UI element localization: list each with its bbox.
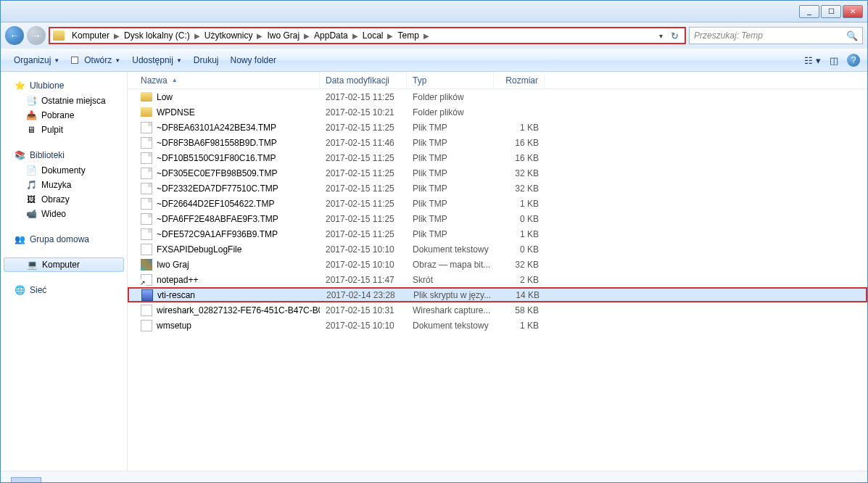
breadcrumb-segment[interactable]: Dysk lokalny (C:) bbox=[121, 30, 193, 41]
breadcrumb[interactable]: Komputer▶Dysk lokalny (C:)▶Użytkownicy▶I… bbox=[49, 27, 686, 44]
breadcrumb-dropdown[interactable]: ▾ bbox=[655, 32, 667, 40]
column-headers: Nazwa▲ Data modyfikacji Typ Rozmiar bbox=[128, 72, 867, 89]
file-date: 2017-02-15 10:10 bbox=[320, 260, 407, 270]
file-row[interactable]: ~DF8F3BA6F981558B9D.TMP2017-02-15 11:46P… bbox=[128, 135, 867, 150]
file-row[interactable]: ~DFE572C9A1AFF936B9.TMP2017-02-15 11:25P… bbox=[128, 226, 867, 242]
sidebar: ⭐Ulubione 📑Ostatnie miejsca 📥Pobrane 🖥Pu… bbox=[1, 72, 128, 471]
file-type-icon bbox=[141, 137, 152, 149]
sidebar-item-recent[interactable]: 📑Ostatnie miejsca bbox=[1, 94, 127, 108]
organize-button[interactable]: Organizuj▼ bbox=[8, 52, 65, 68]
column-date[interactable]: Data modyfikacji bbox=[320, 73, 407, 88]
column-type[interactable]: Typ bbox=[407, 73, 494, 88]
file-row[interactable]: ~DF8EA63101A242BE34.TMP2017-02-15 11:25P… bbox=[128, 120, 867, 135]
chevron-right-icon: ▶ bbox=[255, 32, 264, 40]
file-row[interactable]: ~DF26644D2EF1054622.TMP2017-02-15 11:25P… bbox=[128, 196, 867, 211]
file-type-icon bbox=[141, 289, 153, 301]
file-size: 1 KB bbox=[494, 199, 545, 209]
breadcrumb-segment[interactable]: Local bbox=[360, 30, 387, 41]
toolbar: Organizuj▼ Otwórz▼ Udostępnij▼ Drukuj No… bbox=[1, 49, 867, 72]
file-row[interactable]: ~DF10B5150C91F80C16.TMP2017-02-15 11:25P… bbox=[128, 150, 867, 165]
file-type-icon bbox=[141, 198, 152, 210]
sidebar-item-documents[interactable]: 📄Dokumenty bbox=[1, 163, 127, 178]
maximize-button[interactable]: ☐ bbox=[821, 5, 841, 18]
file-row[interactable]: WPDNSE2017-02-15 10:21Folder plików bbox=[128, 104, 867, 120]
sidebar-item-downloads[interactable]: 📥Pobrane bbox=[1, 108, 127, 123]
file-name: ~DFA6FF2E48ABFAE9F3.TMP bbox=[157, 214, 278, 224]
sidebar-item-music[interactable]: 🎵Muzyka bbox=[1, 178, 127, 192]
file-size: 0 KB bbox=[494, 244, 545, 255]
file-name: Iwo Graj bbox=[157, 260, 189, 270]
open-button[interactable]: Otwórz▼ bbox=[65, 52, 126, 68]
file-row[interactable]: ~DF305EC0E7FB98B509.TMP2017-02-15 11:25P… bbox=[128, 165, 867, 181]
file-name: wireshark_02827132-FE76-451C-B47C-B0... bbox=[157, 305, 320, 315]
music-icon: 🎵 bbox=[25, 179, 37, 191]
file-size: 0 KB bbox=[494, 214, 545, 224]
file-row[interactable]: vti-rescan2017-02-14 23:28Plik skryptu w… bbox=[128, 287, 867, 302]
close-button[interactable]: ✕ bbox=[843, 5, 863, 18]
file-name: ~DF8EA63101A242BE34.TMP bbox=[157, 123, 276, 133]
print-button[interactable]: Drukuj bbox=[188, 52, 225, 68]
file-row[interactable]: Low2017-02-15 11:25Folder plików bbox=[128, 89, 867, 104]
breadcrumb-segment[interactable]: Iwo Graj bbox=[264, 30, 302, 41]
file-date: 2017-02-15 11:25 bbox=[320, 92, 407, 102]
column-size[interactable]: Rozmiar bbox=[494, 73, 545, 88]
file-type-icon bbox=[141, 152, 152, 164]
file-name: notepad++ bbox=[157, 275, 198, 285]
file-type: Plik skryptu w języ... bbox=[408, 290, 495, 300]
homegroup-icon: 👥 bbox=[14, 234, 25, 245]
sidebar-item-videos[interactable]: 📹Wideo bbox=[1, 207, 127, 221]
chevron-right-icon: ▶ bbox=[302, 32, 311, 40]
sidebar-homegroup[interactable]: 👥Grupa domowa bbox=[1, 231, 127, 247]
file-rows: Low2017-02-15 11:25Folder plikówWPDNSE20… bbox=[128, 89, 867, 471]
file-row[interactable]: Iwo Graj2017-02-15 10:10Obraz — mapa bit… bbox=[128, 257, 867, 272]
file-row[interactable]: FXSAPIDebugLogFile2017-02-15 10:10Dokume… bbox=[128, 242, 867, 257]
file-row[interactable]: ~DF2332EDA7DF77510C.TMP2017-02-15 11:25P… bbox=[128, 181, 867, 196]
breadcrumb-segment[interactable]: Temp bbox=[394, 30, 421, 41]
file-type: Obraz — mapa bit... bbox=[407, 260, 494, 270]
file-name: Low bbox=[157, 92, 173, 102]
open-icon bbox=[71, 57, 78, 64]
file-name: wmsetup bbox=[157, 321, 191, 331]
sidebar-libraries[interactable]: 📚Biblioteki bbox=[1, 147, 127, 163]
refresh-icon[interactable]: ↻ bbox=[667, 30, 682, 41]
file-type: Plik TMP bbox=[407, 123, 494, 133]
breadcrumb-segment[interactable]: Użytkownicy bbox=[202, 30, 256, 41]
column-name[interactable]: Nazwa▲ bbox=[135, 73, 320, 88]
file-size: 16 KB bbox=[494, 138, 545, 148]
file-type: Plik TMP bbox=[407, 138, 494, 148]
search-input[interactable]: Przeszukaj: Temp 🔍 bbox=[689, 27, 863, 44]
file-row[interactable]: wmsetup2017-02-15 10:10Dokument tekstowy… bbox=[128, 318, 867, 333]
sidebar-item-pictures[interactable]: 🖼Obrazy bbox=[1, 192, 127, 207]
help-button[interactable]: ? bbox=[847, 54, 860, 67]
breadcrumb-segment[interactable]: Komputer bbox=[69, 30, 112, 41]
file-size: 32 KB bbox=[494, 183, 545, 194]
file-row[interactable]: ~DFA6FF2E48ABFAE9F3.TMP2017-02-15 11:25P… bbox=[128, 211, 867, 226]
file-date: 2017-02-15 10:31 bbox=[320, 305, 407, 315]
preview-pane-button[interactable]: ◫ bbox=[825, 52, 843, 69]
file-size: 32 KB bbox=[494, 260, 545, 270]
file-type-icon bbox=[141, 107, 152, 117]
sidebar-favorites[interactable]: ⭐Ulubione bbox=[1, 78, 127, 94]
sidebar-computer[interactable]: 💻Komputer bbox=[4, 257, 124, 272]
folder-icon bbox=[53, 30, 65, 41]
file-size: 16 KB bbox=[494, 153, 545, 163]
file-date: 2017-02-15 11:25 bbox=[320, 183, 407, 194]
desktop-icon: 🖥 bbox=[25, 124, 37, 136]
file-type: Plik TMP bbox=[407, 214, 494, 224]
file-type: Plik TMP bbox=[407, 199, 494, 209]
file-row[interactable]: wireshark_02827132-FE76-451C-B47C-B0...2… bbox=[128, 302, 867, 318]
minimize-button[interactable]: _ bbox=[799, 5, 819, 18]
chevron-right-icon: ▶ bbox=[386, 32, 394, 40]
view-mode-button[interactable]: ☷ ▾ bbox=[800, 52, 825, 69]
navigation-bar: ← → Komputer▶Dysk lokalny (C:)▶Użytkowni… bbox=[1, 22, 867, 49]
sidebar-network[interactable]: 🌐Sieć bbox=[1, 282, 127, 298]
new-folder-button[interactable]: Nowy folder bbox=[225, 52, 282, 68]
share-button[interactable]: Udostępnij▼ bbox=[126, 52, 188, 68]
back-button[interactable]: ← bbox=[5, 26, 24, 45]
file-type: Dokument tekstowy bbox=[407, 244, 494, 255]
file-row[interactable]: notepad++2017-02-15 11:47Skrót2 KB bbox=[128, 272, 867, 287]
breadcrumb-segment[interactable]: AppData bbox=[311, 30, 351, 41]
sidebar-item-desktop[interactable]: 🖥Pulpit bbox=[1, 123, 127, 137]
forward-button[interactable]: → bbox=[27, 26, 46, 45]
file-type: Plik TMP bbox=[407, 168, 494, 178]
